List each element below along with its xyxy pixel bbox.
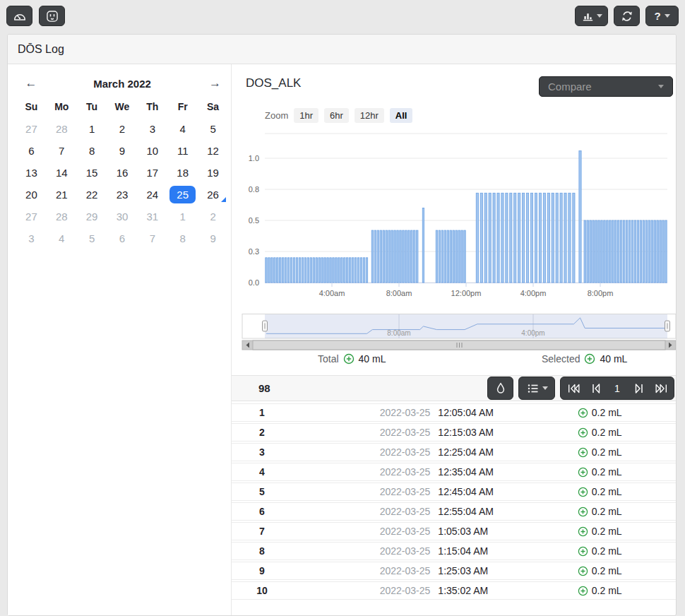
row-time: 1:05:03 AM bbox=[438, 526, 552, 537]
dose-bar bbox=[414, 230, 415, 283]
calendar-next-month-button[interactable]: → bbox=[198, 76, 228, 90]
dose-bar bbox=[391, 230, 393, 283]
prev-page-button[interactable] bbox=[585, 377, 607, 399]
calendar-day: 5 bbox=[77, 227, 107, 249]
dose-bar bbox=[564, 193, 566, 283]
dose-bar bbox=[523, 193, 525, 283]
last-page-icon bbox=[653, 381, 669, 396]
compare-dropdown[interactable]: Compare bbox=[539, 76, 673, 97]
zoom-preset-12hr[interactable]: 12hr bbox=[355, 108, 384, 123]
dose-bar bbox=[397, 230, 398, 283]
calendar-day[interactable]: 8 bbox=[77, 140, 107, 162]
calendar-day[interactable]: 21 bbox=[47, 184, 77, 206]
help-dropdown-button[interactable]: ? bbox=[645, 6, 679, 26]
dose-bar bbox=[654, 220, 655, 283]
calendar-day[interactable]: 26 bbox=[198, 184, 228, 206]
compare-label: Compare bbox=[548, 81, 658, 93]
calendar-day[interactable]: 2 bbox=[107, 118, 138, 140]
calendar-day[interactable]: 20 bbox=[16, 184, 47, 206]
navigator-mask[interactable] bbox=[265, 314, 667, 338]
dose-bar bbox=[618, 220, 619, 283]
calendar-day[interactable]: 18 bbox=[167, 162, 198, 184]
calendar-day[interactable]: 19 bbox=[198, 162, 228, 184]
prev-page-icon bbox=[589, 381, 603, 396]
dose-plus-icon bbox=[578, 427, 588, 438]
calendar-day[interactable]: 11 bbox=[167, 140, 198, 162]
dose-bar bbox=[450, 230, 451, 283]
dose-bar bbox=[657, 220, 658, 283]
top-toolbar: ? bbox=[0, 0, 685, 31]
row-dose-amount: 0.2 mL bbox=[592, 427, 622, 438]
calendar-day[interactable]: 1 bbox=[77, 118, 107, 140]
dose-filter-button[interactable] bbox=[487, 377, 513, 400]
calendar-panel: ← March 2022 → SuMoTuWeThFrSa 2728123456… bbox=[8, 64, 232, 615]
table-row: 62022-03-2512:55:04 AM0.2 mL bbox=[232, 502, 676, 521]
zoom-preset-all[interactable]: All bbox=[390, 108, 413, 123]
dose-bar bbox=[360, 258, 362, 283]
row-dose-amount: 0.2 mL bbox=[592, 585, 622, 596]
refresh-button[interactable] bbox=[614, 6, 640, 26]
table-row: 52022-03-2512:45:04 AM0.2 mL bbox=[232, 482, 676, 501]
zoom-preset-1hr[interactable]: 1hr bbox=[294, 108, 318, 123]
chart-navigator[interactable]: 8:00am4:00pm bbox=[232, 314, 676, 350]
calendar-day[interactable]: 17 bbox=[137, 162, 167, 184]
page-title: DŌS Log bbox=[18, 43, 64, 56]
calendar-day[interactable]: 22 bbox=[77, 184, 107, 206]
row-dose: 0.2 mL bbox=[552, 585, 647, 596]
calendar-day[interactable]: 23 bbox=[107, 184, 138, 206]
zoom-preset-6hr[interactable]: 6hr bbox=[324, 108, 349, 123]
dose-bar bbox=[436, 230, 437, 283]
calendar-day[interactable]: 14 bbox=[47, 162, 77, 184]
dose-bar bbox=[506, 193, 508, 283]
calendar-day[interactable]: 13 bbox=[16, 162, 47, 184]
dose-bar bbox=[484, 193, 487, 283]
dose-plus-icon bbox=[578, 526, 588, 537]
next-page-button[interactable] bbox=[628, 377, 650, 399]
calendar-day[interactable]: 5 bbox=[198, 118, 228, 140]
calendar-day[interactable]: 12 bbox=[198, 140, 228, 162]
calendar-prev-month-button[interactable]: ← bbox=[16, 76, 46, 90]
calendar-day[interactable]: 16 bbox=[107, 162, 138, 184]
calendar-day[interactable]: 15 bbox=[77, 162, 107, 184]
calendar-day[interactable]: 10 bbox=[137, 140, 167, 162]
calendar-day-selected[interactable]: 25 bbox=[167, 184, 198, 206]
dose-bar bbox=[539, 193, 541, 283]
dose-bar bbox=[386, 230, 387, 283]
dose-bar bbox=[620, 220, 621, 283]
table-row: 12022-03-2512:05:04 AM0.2 mL bbox=[232, 403, 676, 422]
navigator-right-handle[interactable] bbox=[665, 321, 670, 331]
table-toolbar-buttons: 1 bbox=[487, 377, 674, 400]
calendar-weekday-label: Tu bbox=[77, 98, 107, 118]
outlets-button[interactable] bbox=[39, 6, 65, 26]
list-options-dropdown[interactable] bbox=[518, 377, 555, 400]
next-page-icon bbox=[632, 381, 646, 396]
y-axis-tick-label: 0.0 bbox=[249, 278, 259, 287]
dose-bar bbox=[357, 258, 359, 283]
dose-bar bbox=[403, 230, 404, 283]
calendar-day[interactable]: 6 bbox=[16, 140, 47, 162]
dose-bar bbox=[405, 230, 407, 283]
calendar-header: ← March 2022 → bbox=[16, 74, 228, 93]
calendar-day[interactable]: 4 bbox=[167, 118, 198, 140]
dose-bar bbox=[458, 230, 460, 283]
dose-bar bbox=[287, 258, 289, 283]
last-page-button[interactable] bbox=[650, 377, 672, 399]
dose-bar bbox=[441, 230, 443, 283]
y-axis-tick-label: 0.5 bbox=[249, 216, 259, 225]
current-page: 1 bbox=[607, 383, 628, 394]
navigator-left-handle[interactable] bbox=[263, 321, 268, 331]
calendar-day[interactable]: 7 bbox=[47, 140, 77, 162]
chart-panel: DOS_ALK Compare Zoom 1hr6hr12hrAll 0.00.… bbox=[232, 64, 676, 615]
calendar-day[interactable]: 3 bbox=[137, 118, 167, 140]
dose-bar bbox=[489, 193, 491, 283]
calendar-day[interactable]: 9 bbox=[107, 140, 138, 162]
dose-bar bbox=[640, 220, 641, 283]
row-index: 4 bbox=[232, 466, 292, 478]
calendar-weekday-label: Mo bbox=[47, 98, 77, 118]
dose-bar bbox=[464, 230, 465, 283]
dose-bar bbox=[344, 258, 345, 283]
chart-type-dropdown-button[interactable] bbox=[575, 6, 608, 26]
dashboard-button[interactable] bbox=[6, 6, 32, 26]
calendar-day[interactable]: 24 bbox=[137, 184, 167, 206]
first-page-button[interactable] bbox=[563, 377, 585, 399]
